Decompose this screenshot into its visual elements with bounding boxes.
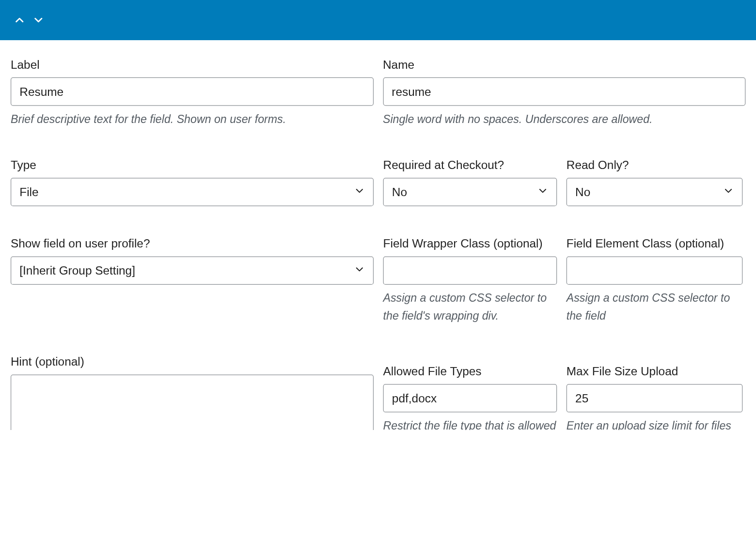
name-title: Name	[383, 57, 745, 73]
name-help: Single word with no spaces. Underscores …	[383, 110, 745, 128]
max-size-help: Enter an upload size limit for files in …	[567, 417, 743, 430]
element-class-help: Assign a custom CSS selector to the fiel…	[567, 290, 743, 324]
wrapper-class-help: Assign a custom CSS selector to the fiel…	[383, 290, 557, 324]
required-select[interactable]: No	[383, 178, 557, 207]
max-size-title: Max File Size Upload	[567, 364, 743, 380]
type-title: Type	[11, 157, 374, 173]
name-input[interactable]	[383, 77, 745, 106]
readonly-title: Read Only?	[567, 157, 743, 173]
show-profile-title: Show field on user profile?	[11, 236, 374, 252]
type-select[interactable]: File	[11, 178, 374, 207]
wrapper-class-title: Field Wrapper Class (optional)	[383, 236, 557, 252]
wrapper-class-input[interactable]	[383, 257, 557, 285]
label-help: Brief descriptive text for the field. Sh…	[11, 110, 373, 128]
show-profile-select[interactable]: [Inherit Group Setting]	[11, 257, 374, 285]
label-input[interactable]	[11, 77, 373, 106]
allowed-types-help: Restrict the file type that is allowed t…	[383, 417, 557, 430]
required-title: Required at Checkout?	[383, 157, 557, 173]
field-settings-form: Label Brief descriptive text for the fie…	[0, 40, 756, 430]
max-size-input[interactable]	[567, 384, 743, 413]
allowed-types-title: Allowed File Types	[383, 364, 557, 380]
element-class-title: Field Element Class (optional)	[567, 236, 743, 252]
allowed-types-input[interactable]	[383, 384, 557, 413]
readonly-select[interactable]: No	[567, 178, 743, 207]
hint-textarea[interactable]	[11, 375, 374, 430]
hint-title: Hint (optional)	[11, 354, 374, 370]
element-class-input[interactable]	[567, 257, 743, 285]
reorder-controls	[13, 14, 45, 27]
move-up-button[interactable]	[13, 14, 26, 27]
move-down-button[interactable]	[32, 14, 45, 27]
panel-header	[0, 0, 756, 40]
label-title: Label	[11, 57, 373, 73]
